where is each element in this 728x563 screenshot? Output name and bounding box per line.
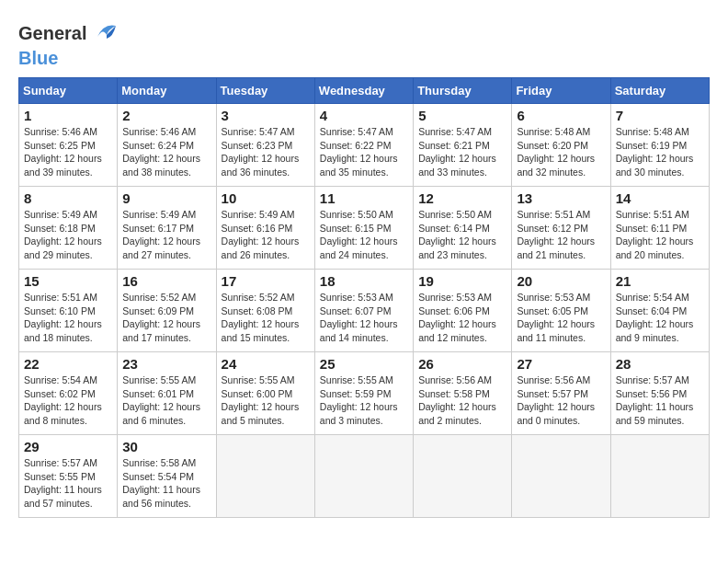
calendar-cell bbox=[512, 435, 610, 518]
day-info: Sunrise: 5:50 AM Sunset: 6:14 PM Dayligh… bbox=[418, 208, 506, 262]
day-number: 6 bbox=[517, 108, 605, 123]
calendar-cell: 29 Sunrise: 5:57 AM Sunset: 5:55 PM Dayl… bbox=[19, 435, 118, 518]
calendar-cell: 30 Sunrise: 5:58 AM Sunset: 5:54 PM Dayl… bbox=[118, 435, 216, 518]
calendar-cell bbox=[414, 435, 512, 518]
day-number: 10 bbox=[222, 190, 310, 206]
day-number: 28 bbox=[616, 356, 704, 372]
day-info: Sunrise: 5:52 AM Sunset: 6:09 PM Dayligh… bbox=[122, 291, 210, 345]
logo: General Blue bbox=[18, 18, 118, 68]
day-info: Sunrise: 5:51 AM Sunset: 6:11 PM Dayligh… bbox=[616, 208, 704, 262]
column-header-wednesday: Wednesday bbox=[314, 78, 413, 104]
calendar-week-row: 22 Sunrise: 5:54 AM Sunset: 6:02 PM Dayl… bbox=[19, 352, 710, 435]
column-header-friday: Friday bbox=[512, 78, 610, 104]
logo-text-blue: Blue bbox=[18, 48, 58, 68]
calendar-header-row: SundayMondayTuesdayWednesdayThursdayFrid… bbox=[19, 78, 710, 104]
calendar-table: SundayMondayTuesdayWednesdayThursdayFrid… bbox=[18, 77, 710, 518]
day-info: Sunrise: 5:49 AM Sunset: 6:17 PM Dayligh… bbox=[122, 208, 210, 262]
day-info: Sunrise: 5:49 AM Sunset: 6:16 PM Dayligh… bbox=[222, 208, 310, 262]
column-header-tuesday: Tuesday bbox=[216, 78, 314, 104]
calendar-week-row: 15 Sunrise: 5:51 AM Sunset: 6:10 PM Dayl… bbox=[19, 270, 710, 352]
day-number: 1 bbox=[24, 108, 112, 123]
day-number: 27 bbox=[517, 356, 605, 372]
logo-text-general: General bbox=[18, 23, 86, 43]
calendar-cell: 18 Sunrise: 5:53 AM Sunset: 6:07 PM Dayl… bbox=[314, 270, 413, 352]
day-number: 13 bbox=[517, 190, 605, 206]
calendar-cell: 27 Sunrise: 5:56 AM Sunset: 5:57 PM Dayl… bbox=[512, 352, 610, 435]
day-number: 20 bbox=[517, 273, 605, 289]
day-number: 14 bbox=[616, 190, 704, 206]
day-info: Sunrise: 5:55 AM Sunset: 5:59 PM Dayligh… bbox=[320, 373, 408, 428]
day-info: Sunrise: 5:54 AM Sunset: 6:04 PM Dayligh… bbox=[616, 291, 704, 345]
day-number: 4 bbox=[320, 108, 408, 123]
day-info: Sunrise: 5:51 AM Sunset: 6:10 PM Dayligh… bbox=[24, 291, 112, 345]
day-info: Sunrise: 5:55 AM Sunset: 6:01 PM Dayligh… bbox=[122, 373, 210, 428]
day-info: Sunrise: 5:49 AM Sunset: 6:18 PM Dayligh… bbox=[24, 208, 112, 262]
calendar-cell: 19 Sunrise: 5:53 AM Sunset: 6:06 PM Dayl… bbox=[414, 270, 512, 352]
calendar-cell: 15 Sunrise: 5:51 AM Sunset: 6:10 PM Dayl… bbox=[19, 270, 118, 352]
day-number: 12 bbox=[418, 190, 506, 206]
day-info: Sunrise: 5:47 AM Sunset: 6:23 PM Dayligh… bbox=[222, 125, 310, 179]
calendar-cell: 7 Sunrise: 5:48 AM Sunset: 6:19 PM Dayli… bbox=[610, 104, 709, 187]
day-number: 11 bbox=[320, 190, 408, 206]
calendar-cell: 28 Sunrise: 5:57 AM Sunset: 5:56 PM Dayl… bbox=[610, 352, 709, 435]
day-info: Sunrise: 5:55 AM Sunset: 6:00 PM Dayligh… bbox=[222, 373, 310, 428]
calendar-cell: 21 Sunrise: 5:54 AM Sunset: 6:04 PM Dayl… bbox=[610, 270, 709, 352]
calendar-cell: 25 Sunrise: 5:55 AM Sunset: 5:59 PM Dayl… bbox=[314, 352, 413, 435]
calendar-cell: 5 Sunrise: 5:47 AM Sunset: 6:21 PM Dayli… bbox=[414, 104, 512, 187]
calendar-week-row: 8 Sunrise: 5:49 AM Sunset: 6:18 PM Dayli… bbox=[19, 187, 710, 270]
column-header-monday: Monday bbox=[118, 78, 216, 104]
calendar-cell: 2 Sunrise: 5:46 AM Sunset: 6:24 PM Dayli… bbox=[118, 104, 216, 187]
day-info: Sunrise: 5:54 AM Sunset: 6:02 PM Dayligh… bbox=[24, 373, 112, 428]
logo-bird-icon bbox=[90, 18, 118, 48]
day-number: 30 bbox=[122, 439, 210, 454]
day-info: Sunrise: 5:52 AM Sunset: 6:08 PM Dayligh… bbox=[222, 291, 310, 345]
day-info: Sunrise: 5:48 AM Sunset: 6:20 PM Dayligh… bbox=[517, 125, 605, 179]
day-number: 19 bbox=[418, 273, 506, 289]
day-number: 16 bbox=[122, 273, 210, 289]
day-info: Sunrise: 5:53 AM Sunset: 6:05 PM Dayligh… bbox=[517, 291, 605, 345]
calendar-cell: 10 Sunrise: 5:49 AM Sunset: 6:16 PM Dayl… bbox=[216, 187, 314, 270]
day-info: Sunrise: 5:50 AM Sunset: 6:15 PM Dayligh… bbox=[320, 208, 408, 262]
day-number: 26 bbox=[418, 356, 506, 372]
day-info: Sunrise: 5:56 AM Sunset: 5:58 PM Dayligh… bbox=[418, 373, 506, 428]
calendar-cell: 16 Sunrise: 5:52 AM Sunset: 6:09 PM Dayl… bbox=[118, 270, 216, 352]
day-number: 23 bbox=[122, 356, 210, 372]
day-info: Sunrise: 5:46 AM Sunset: 6:25 PM Dayligh… bbox=[24, 125, 112, 179]
day-number: 22 bbox=[24, 356, 112, 372]
calendar-cell bbox=[610, 435, 709, 518]
day-number: 18 bbox=[320, 273, 408, 289]
calendar-cell: 24 Sunrise: 5:55 AM Sunset: 6:00 PM Dayl… bbox=[216, 352, 314, 435]
calendar-cell: 9 Sunrise: 5:49 AM Sunset: 6:17 PM Dayli… bbox=[118, 187, 216, 270]
calendar-cell: 4 Sunrise: 5:47 AM Sunset: 6:22 PM Dayli… bbox=[314, 104, 413, 187]
day-info: Sunrise: 5:47 AM Sunset: 6:22 PM Dayligh… bbox=[320, 125, 408, 179]
day-number: 15 bbox=[24, 273, 112, 289]
day-number: 7 bbox=[616, 108, 704, 123]
day-number: 5 bbox=[418, 108, 506, 123]
day-number: 25 bbox=[320, 356, 408, 372]
calendar-cell: 6 Sunrise: 5:48 AM Sunset: 6:20 PM Dayli… bbox=[512, 104, 610, 187]
calendar-cell: 1 Sunrise: 5:46 AM Sunset: 6:25 PM Dayli… bbox=[19, 104, 118, 187]
calendar-cell bbox=[216, 435, 314, 518]
calendar-cell: 12 Sunrise: 5:50 AM Sunset: 6:14 PM Dayl… bbox=[414, 187, 512, 270]
calendar-week-row: 29 Sunrise: 5:57 AM Sunset: 5:55 PM Dayl… bbox=[19, 435, 710, 518]
calendar-week-row: 1 Sunrise: 5:46 AM Sunset: 6:25 PM Dayli… bbox=[19, 104, 710, 187]
calendar-cell bbox=[314, 435, 413, 518]
day-number: 21 bbox=[616, 273, 704, 289]
calendar-cell: 3 Sunrise: 5:47 AM Sunset: 6:23 PM Dayli… bbox=[216, 104, 314, 187]
day-info: Sunrise: 5:53 AM Sunset: 6:06 PM Dayligh… bbox=[418, 291, 506, 345]
day-number: 3 bbox=[222, 108, 310, 123]
day-info: Sunrise: 5:56 AM Sunset: 5:57 PM Dayligh… bbox=[517, 373, 605, 428]
calendar-cell: 26 Sunrise: 5:56 AM Sunset: 5:58 PM Dayl… bbox=[414, 352, 512, 435]
day-info: Sunrise: 5:57 AM Sunset: 5:56 PM Dayligh… bbox=[616, 373, 704, 428]
day-number: 8 bbox=[24, 190, 112, 206]
day-info: Sunrise: 5:47 AM Sunset: 6:21 PM Dayligh… bbox=[418, 125, 506, 179]
column-header-sunday: Sunday bbox=[19, 78, 118, 104]
column-header-saturday: Saturday bbox=[610, 78, 709, 104]
day-info: Sunrise: 5:51 AM Sunset: 6:12 PM Dayligh… bbox=[517, 208, 605, 262]
day-info: Sunrise: 5:46 AM Sunset: 6:24 PM Dayligh… bbox=[122, 125, 210, 179]
calendar-cell: 13 Sunrise: 5:51 AM Sunset: 6:12 PM Dayl… bbox=[512, 187, 610, 270]
day-number: 29 bbox=[24, 439, 112, 454]
day-info: Sunrise: 5:48 AM Sunset: 6:19 PM Dayligh… bbox=[616, 125, 704, 179]
day-number: 17 bbox=[222, 273, 310, 289]
calendar-cell: 14 Sunrise: 5:51 AM Sunset: 6:11 PM Dayl… bbox=[610, 187, 709, 270]
